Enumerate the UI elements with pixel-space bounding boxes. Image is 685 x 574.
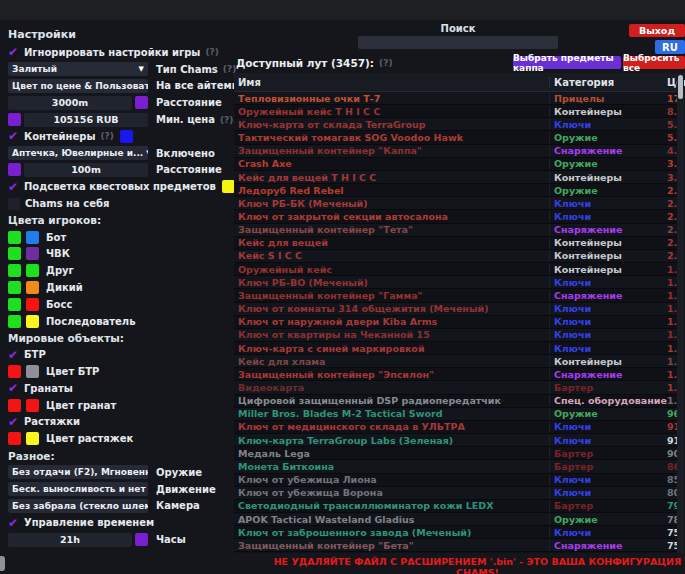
item-name: Кейс для хлама xyxy=(234,356,549,367)
table-row[interactable]: Ключ-карта TerraGroup Labs (Зеленая)Ключ… xyxy=(234,434,677,447)
search-input[interactable] xyxy=(358,36,558,49)
table-row[interactable]: Кейс для вещейКонтейнеры2.08kk xyxy=(234,237,677,250)
color-swatch-primary[interactable] xyxy=(8,298,21,311)
help-icon[interactable]: (?) xyxy=(100,131,113,141)
table-row[interactable]: Ключ РБ-БК (Меченый)Ключи2.58kk xyxy=(234,197,677,210)
table-row[interactable]: Ключ от комнаты 314 общежития (Меченый)К… xyxy=(234,303,677,316)
color-swatch-primary[interactable] xyxy=(8,247,21,260)
table-row[interactable]: Защищенный контейнер "Гамма"Снаряжение1.… xyxy=(234,289,677,302)
dropdown[interactable]: Беск. выносливость и нет уста▼ xyxy=(8,482,148,496)
table-row[interactable]: Оружейный кейс T H I C CКонтейнеры8.48kk xyxy=(234,105,677,118)
table-row[interactable]: Защищенный контейнер "Тета"Снаряжение2.1… xyxy=(234,224,677,237)
table-row[interactable]: Медаль LegaБартер900.0k xyxy=(234,447,677,460)
table-row[interactable]: Ключ от убежища ЛионаКлючи850.0k xyxy=(234,474,677,487)
table-row[interactable]: Тактический томагавк SOG Voodoo HawkОруж… xyxy=(234,131,677,144)
table-row[interactable]: Монета БиткоинаБартер869.6k xyxy=(234,460,677,473)
dropdown[interactable]: Без отдачи (F2), Мгновенное п▼ xyxy=(8,465,148,479)
value-input[interactable]: 3000m xyxy=(8,96,132,110)
value-input[interactable]: 100m xyxy=(24,163,148,177)
color-swatch[interactable] xyxy=(135,533,148,546)
loot-table-body: Тепловизионные очки Т-7Прицелы17.33kkОру… xyxy=(234,92,677,553)
checkbox-checked-icon[interactable]: ✔ xyxy=(8,517,24,529)
checkbox-checked-icon[interactable]: ✔ xyxy=(8,416,24,428)
table-row[interactable]: Crash AxeОружие3.40kk xyxy=(234,158,677,171)
value-input[interactable]: 105156 RUB xyxy=(24,113,148,127)
table-row[interactable]: Кейс S I C CКонтейнеры2.05kk xyxy=(234,250,677,263)
color-swatch-secondary[interactable] xyxy=(26,298,39,311)
help-icon[interactable]: (?) xyxy=(205,47,218,57)
color-swatch-secondary[interactable] xyxy=(26,247,39,260)
table-row[interactable]: Кейс для хламаКонтейнеры1.11kk xyxy=(234,355,677,368)
help-icon[interactable]: (?) xyxy=(379,58,392,68)
help-icon[interactable]: (?) xyxy=(220,115,233,125)
color-swatch-secondary[interactable] xyxy=(26,432,39,445)
item-price: 796.4k xyxy=(667,500,677,511)
checkbox-unchecked[interactable] xyxy=(8,198,20,210)
color-swatch-secondary[interactable] xyxy=(26,231,39,244)
color-swatch-secondary[interactable] xyxy=(26,399,39,412)
scrollbar-thumb[interactable] xyxy=(678,75,683,99)
color-swatch-primary[interactable] xyxy=(8,432,21,445)
table-row[interactable]: Оружейный кейсКонтейнеры1.95kk xyxy=(234,263,677,276)
control-group: Без забрала (стекло шлема)▼ xyxy=(8,499,148,513)
drop-all-button[interactable]: Выбросить все xyxy=(623,56,685,69)
color-swatch[interactable] xyxy=(135,96,148,109)
table-row[interactable]: Ключ от медицинского склада в УЛЬТРАКлюч… xyxy=(234,421,677,434)
color-swatch-primary[interactable] xyxy=(8,365,21,378)
table-row[interactable]: Защищенный контейнер "Каппа"Снаряжение4.… xyxy=(234,145,677,158)
left-edge-scroll-notch[interactable] xyxy=(0,556,5,571)
settings-row: ✔Растяжки xyxy=(8,414,234,431)
color-swatch[interactable] xyxy=(8,113,21,126)
table-row[interactable]: Ключ от квартиры на Чеканной 15Ключи1.29… xyxy=(234,329,677,342)
dropdown[interactable]: Цвет по цене & Пользователь▼ xyxy=(8,79,148,93)
color-swatch[interactable] xyxy=(120,130,133,143)
table-row[interactable]: Цифровой защищенный DSP радиопередатчикС… xyxy=(234,395,677,408)
table-row[interactable]: Ключ от заброшенного завода (Меченый)Клю… xyxy=(234,526,677,539)
dropdown[interactable]: Без забрала (стекло шлема)▼ xyxy=(8,499,148,513)
color-swatch-primary[interactable] xyxy=(8,315,21,328)
table-row[interactable]: Тепловизионные очки Т-7Прицелы17.33kk xyxy=(234,92,677,105)
color-swatch-secondary[interactable] xyxy=(26,264,39,277)
settings-row: Цвета игроков: xyxy=(8,212,234,229)
column-header-name[interactable]: Имя xyxy=(234,77,549,88)
checkbox-checked-icon[interactable]: ✔ xyxy=(8,46,24,58)
color-swatch-secondary[interactable] xyxy=(26,315,39,328)
color-swatch[interactable] xyxy=(222,180,235,193)
color-swatch-primary[interactable] xyxy=(8,281,21,294)
table-row[interactable]: Защищенный контейнер "Бета"Снаряжение750… xyxy=(234,539,677,552)
color-swatch-primary[interactable] xyxy=(8,231,21,244)
table-scrollbar[interactable] xyxy=(677,73,684,553)
table-row[interactable]: Ледоруб Red RebelОружие2.75kk xyxy=(234,184,677,197)
table-row[interactable]: Светодиодный трансиллюминатор кожи LEDXБ… xyxy=(234,500,677,513)
value-input[interactable]: 21h xyxy=(8,533,132,547)
table-row[interactable]: Ключ-картаКлючи750.0k xyxy=(234,552,677,553)
checkbox-checked-icon[interactable]: ✔ xyxy=(8,382,24,394)
exit-button[interactable]: Выход xyxy=(629,24,685,37)
checkbox-checked-icon[interactable]: ✔ xyxy=(8,181,24,193)
settings-row: Бот xyxy=(8,229,234,246)
table-row[interactable]: Кейс для вещей T H I C CКонтейнеры3.10kk xyxy=(234,171,677,184)
color-swatch-secondary[interactable] xyxy=(26,365,39,378)
table-row[interactable]: APOK Tactical Wasteland GladiusОружие785… xyxy=(234,513,677,526)
table-row[interactable]: Ключ от убежища ВоронаКлючи800.0k xyxy=(234,487,677,500)
color-swatch-primary[interactable] xyxy=(8,264,21,277)
dropdown[interactable]: Аптечка, Ювелирные и...▼ xyxy=(8,146,148,160)
setting-label: Растяжки xyxy=(24,416,80,427)
checkbox-checked-icon[interactable]: ✔ xyxy=(8,349,24,361)
table-row[interactable]: Защищенный контейнер "Эпсилон"Снаряжение… xyxy=(234,368,677,381)
table-row[interactable]: Ключ от наружной двери Kiba ArmsКлючи1.5… xyxy=(234,316,677,329)
table-row[interactable]: Ключ РБ-ВО (Меченый)Ключи1.85kk xyxy=(234,276,677,289)
table-row[interactable]: ВидеокартаБартер1.06kk xyxy=(234,381,677,394)
dropdown[interactable]: Залитый▼ xyxy=(8,62,148,76)
table-row[interactable]: Ключ-карта с синей маркировкойКлючи1.17k… xyxy=(234,342,677,355)
select-kappa-items-button[interactable]: Выбрать предметы каппа xyxy=(513,56,621,69)
table-row[interactable]: Miller Bros. Blades M-2 Tactical SwordОр… xyxy=(234,408,677,421)
color-swatch-primary[interactable] xyxy=(8,399,21,412)
color-swatch-secondary[interactable] xyxy=(26,281,39,294)
table-row[interactable]: Ключ-карта от склада TerraGroupКлючи5.63… xyxy=(234,118,677,131)
color-swatch[interactable] xyxy=(8,163,21,176)
checkbox-checked-icon[interactable]: ✔ xyxy=(8,130,24,142)
column-header-category[interactable]: Категория xyxy=(549,77,667,88)
table-row[interactable]: Ключ от закрытой секции автосалонаКлючи2… xyxy=(234,210,677,223)
item-price: 1.64kk xyxy=(667,303,677,314)
